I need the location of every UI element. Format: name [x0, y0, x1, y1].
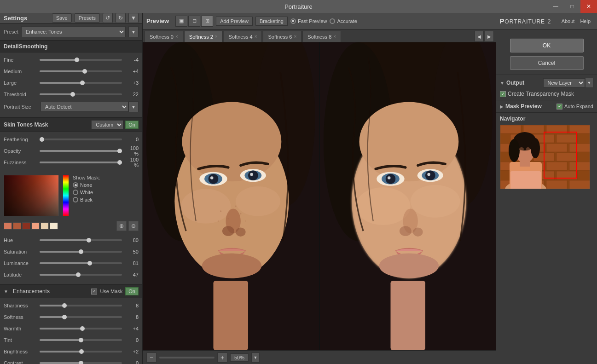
- tab-softness-0-close[interactable]: ×: [175, 34, 178, 39]
- tab-softness-0-label: Softness 0: [150, 34, 174, 40]
- tint-track[interactable]: [40, 339, 122, 341]
- tab-softness-6[interactable]: Softness 6 ×: [263, 31, 301, 42]
- preset-select[interactable]: Enhance: Tones: [21, 26, 126, 37]
- skin-on-button[interactable]: On: [125, 121, 139, 129]
- enh-on-button[interactable]: On: [125, 287, 139, 295]
- color-gradient[interactable]: [4, 175, 59, 216]
- tab-softness-4-close[interactable]: ×: [255, 34, 257, 39]
- tab-softness-8-close[interactable]: ×: [333, 34, 336, 39]
- bracketing-button[interactable]: Bracketing: [255, 17, 288, 26]
- warmth-track[interactable]: [40, 328, 122, 329]
- zoom-minus-button[interactable]: −: [146, 352, 156, 363]
- undo-button[interactable]: ↺: [103, 13, 113, 23]
- cancel-button[interactable]: Cancel: [510, 56, 584, 70]
- tab-next-button[interactable]: ▶: [485, 31, 494, 42]
- preset-dropdown-arrow[interactable]: ▼: [128, 26, 139, 37]
- mask-none-option[interactable]: None: [73, 182, 100, 188]
- swatch-1[interactable]: [4, 222, 12, 230]
- navigator-thumbnail[interactable]: [500, 125, 590, 189]
- tab-prev-button[interactable]: ◀: [475, 31, 484, 42]
- fast-preview-radio[interactable]: Fast Preview: [290, 18, 327, 24]
- tab-softness-4[interactable]: Softness 4 ×: [224, 31, 262, 42]
- tab-softness-2-close[interactable]: ×: [215, 34, 218, 39]
- output-select-arrow[interactable]: ▼: [585, 78, 593, 88]
- svg-point-34: [359, 102, 458, 181]
- luminance-track[interactable]: [40, 262, 122, 264]
- save-button[interactable]: Save: [52, 13, 72, 23]
- accurate-radio[interactable]: Accurate: [330, 18, 357, 24]
- contrast-track[interactable]: [40, 362, 122, 364]
- auto-expand-checkbox[interactable]: ✓: [556, 104, 562, 110]
- mask-white-option[interactable]: White: [73, 190, 100, 195]
- zoom-slider[interactable]: [159, 357, 214, 358]
- show-mask-label: Show Mask:: [73, 175, 100, 180]
- add-preview-button[interactable]: Add Preview: [216, 17, 253, 26]
- svg-point-46: [425, 170, 435, 180]
- large-track[interactable]: [40, 82, 122, 84]
- swatch-4[interactable]: [31, 222, 40, 230]
- portrait-size-select[interactable]: Auto Detect: [41, 102, 128, 112]
- transparency-row: ✓ Create Transparency Mask: [500, 91, 593, 97]
- softness-track[interactable]: [40, 316, 122, 318]
- color-hue-bar[interactable]: [63, 175, 69, 216]
- svg-rect-60: [569, 144, 590, 152]
- zoom-plus-button[interactable]: +: [217, 352, 227, 363]
- close-button[interactable]: ✕: [580, 0, 597, 13]
- redo-button[interactable]: ↻: [116, 13, 126, 23]
- transparency-label: Create Transparency Mask: [508, 91, 574, 97]
- skin-tones-header: Skin Tones Mask Custom On: [0, 117, 142, 132]
- enh-title-row: ▼ Enhancements: [4, 288, 91, 295]
- threshold-track[interactable]: [40, 93, 122, 95]
- fine-track[interactable]: [40, 59, 122, 61]
- view-single-button[interactable]: ▣: [175, 16, 187, 27]
- mask-white-radio[interactable]: [73, 190, 78, 195]
- view-dual-button[interactable]: ⊞: [201, 16, 213, 27]
- use-mask-checkbox[interactable]: ✓: [91, 289, 97, 295]
- about-button[interactable]: About: [559, 17, 578, 25]
- tab-softness-2[interactable]: Softness 2 ×: [184, 31, 223, 42]
- brightness-track[interactable]: [40, 351, 122, 352]
- swatch-2[interactable]: [13, 222, 21, 230]
- saturation-track[interactable]: [40, 251, 122, 253]
- maximize-button[interactable]: □: [564, 0, 580, 13]
- output-select[interactable]: New Layer: [543, 78, 585, 87]
- help-button[interactable]: Help: [577, 17, 593, 25]
- tab-softness-8[interactable]: Softness 8 ×: [302, 31, 341, 42]
- eyedropper-remove-button[interactable]: ⊖: [128, 221, 139, 231]
- preview-pane-right: [320, 42, 496, 350]
- accurate-radio-dot[interactable]: [330, 18, 335, 24]
- mask-preview-collapse[interactable]: ▶: [500, 104, 504, 109]
- opacity-track[interactable]: [40, 150, 122, 152]
- eyedropper-add-button[interactable]: ⊕: [116, 221, 127, 231]
- latitude-track[interactable]: [40, 274, 122, 276]
- fast-preview-radio-dot[interactable]: [290, 18, 296, 24]
- transparency-checkbox[interactable]: ✓: [500, 91, 506, 97]
- skin-custom-select[interactable]: Custom: [91, 120, 123, 129]
- sharpness-track[interactable]: [40, 305, 122, 306]
- medium-track[interactable]: [40, 70, 122, 72]
- use-mask-label: Use Mask: [100, 289, 122, 294]
- presets-button[interactable]: Presets: [75, 13, 100, 23]
- ok-button[interactable]: OK: [510, 39, 584, 52]
- minimize-button[interactable]: —: [547, 0, 564, 13]
- portrait-size-label: Portrait Size: [4, 104, 41, 110]
- view-split-button[interactable]: ⊟: [188, 16, 200, 27]
- mask-black-radio[interactable]: [73, 197, 78, 202]
- feathering-track[interactable]: [40, 139, 122, 140]
- zoom-dropdown-button[interactable]: ▼: [251, 352, 260, 363]
- swatch-5[interactable]: [41, 222, 49, 230]
- settings-arrow-button[interactable]: ▼: [128, 13, 139, 23]
- swatch-3[interactable]: [22, 222, 30, 230]
- fuzziness-track[interactable]: [40, 162, 122, 163]
- tab-softness-0[interactable]: Softness 0 ×: [145, 31, 183, 42]
- enh-collapse-arrow[interactable]: ▼: [4, 289, 8, 294]
- portrait-size-arrow[interactable]: ▼: [128, 101, 139, 112]
- mask-black-option[interactable]: Black: [73, 197, 100, 202]
- tab-softness-6-close[interactable]: ×: [294, 34, 296, 39]
- svg-point-83: [519, 147, 524, 151]
- mask-none-radio[interactable]: [73, 182, 78, 188]
- swatch-6[interactable]: [50, 222, 58, 230]
- hue-track[interactable]: [40, 239, 122, 241]
- medium-value: +4: [125, 69, 139, 74]
- output-collapse-arrow[interactable]: ▼: [500, 81, 504, 86]
